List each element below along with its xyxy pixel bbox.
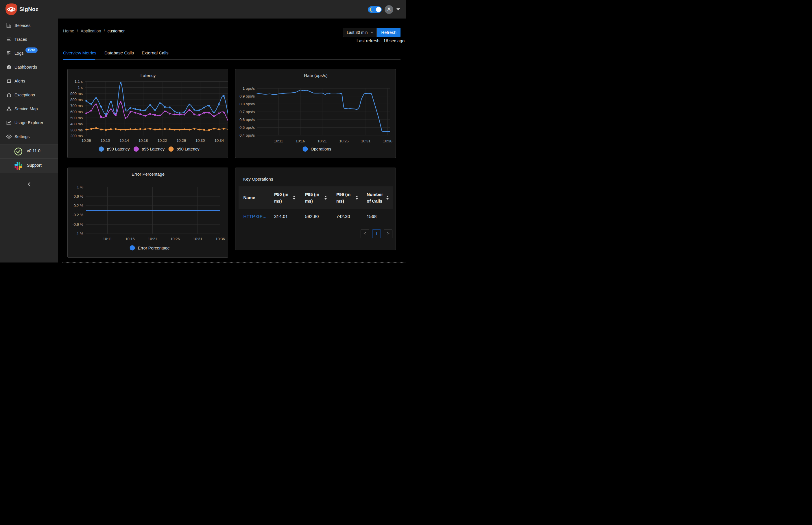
svg-text:10:30: 10:30 bbox=[196, 138, 205, 143]
svg-text:Error Percentage: Error Percentage bbox=[138, 246, 170, 250]
svg-text:200 ms: 200 ms bbox=[70, 134, 83, 138]
svg-text:700 ms: 700 ms bbox=[70, 104, 83, 108]
svg-text:-1 %: -1 % bbox=[76, 231, 83, 236]
svg-text:p99 Latency: p99 Latency bbox=[107, 147, 130, 151]
svg-text:10:21: 10:21 bbox=[148, 237, 157, 241]
svg-text:10:18: 10:18 bbox=[139, 138, 148, 143]
svg-text:10:22: 10:22 bbox=[158, 138, 167, 143]
svg-text:Latency: Latency bbox=[141, 73, 156, 78]
svg-text:500 ms: 500 ms bbox=[70, 116, 83, 120]
svg-text:1.1 s: 1.1 s bbox=[75, 79, 83, 84]
svg-text:10:16: 10:16 bbox=[125, 237, 135, 241]
svg-text:1 ops/s: 1 ops/s bbox=[243, 86, 255, 91]
svg-text:p95 Latency: p95 Latency bbox=[142, 147, 165, 151]
svg-text:0.4 ops/s: 0.4 ops/s bbox=[239, 133, 255, 137]
svg-text:10:34: 10:34 bbox=[215, 138, 224, 143]
svg-text:Error Percentage: Error Percentage bbox=[131, 171, 165, 177]
svg-text:600 ms: 600 ms bbox=[70, 110, 83, 114]
svg-text:10:11: 10:11 bbox=[103, 237, 112, 241]
svg-text:-0.6 %: -0.6 % bbox=[72, 222, 83, 227]
svg-text:10:26: 10:26 bbox=[339, 139, 349, 143]
svg-text:0.6 ops/s: 0.6 ops/s bbox=[239, 118, 255, 122]
svg-text:0.2 %: 0.2 % bbox=[74, 204, 83, 208]
svg-text:-0.2 %: -0.2 % bbox=[72, 213, 83, 217]
svg-text:Rate (ops/s): Rate (ops/s) bbox=[304, 73, 328, 78]
svg-text:900 ms: 900 ms bbox=[70, 91, 83, 96]
svg-text:p50 Latency: p50 Latency bbox=[177, 147, 200, 151]
svg-text:10:36: 10:36 bbox=[383, 139, 392, 143]
svg-text:10:11: 10:11 bbox=[274, 139, 283, 143]
svg-text:1 %: 1 % bbox=[77, 185, 83, 189]
svg-text:10:36: 10:36 bbox=[216, 237, 225, 241]
svg-text:0.5 ops/s: 0.5 ops/s bbox=[239, 125, 255, 130]
svg-text:10:14: 10:14 bbox=[120, 138, 129, 143]
svg-text:0.8 ops/s: 0.8 ops/s bbox=[239, 102, 255, 106]
svg-text:0.6 %: 0.6 % bbox=[74, 194, 83, 198]
svg-text:10:26: 10:26 bbox=[170, 237, 180, 241]
svg-text:10:16: 10:16 bbox=[296, 139, 305, 143]
svg-text:10:31: 10:31 bbox=[193, 237, 202, 241]
svg-text:10:26: 10:26 bbox=[176, 138, 186, 143]
svg-text:0.7 ops/s: 0.7 ops/s bbox=[239, 110, 255, 114]
svg-text:1 s: 1 s bbox=[78, 85, 83, 90]
svg-text:800 ms: 800 ms bbox=[70, 97, 83, 102]
svg-text:10:10: 10:10 bbox=[100, 138, 110, 143]
svg-text:300 ms: 300 ms bbox=[70, 128, 83, 132]
svg-text:10:31: 10:31 bbox=[361, 139, 371, 143]
svg-text:Operations: Operations bbox=[311, 147, 331, 151]
svg-text:0.9 ops/s: 0.9 ops/s bbox=[239, 94, 255, 99]
svg-text:10:21: 10:21 bbox=[317, 139, 327, 143]
svg-text:10:06: 10:06 bbox=[81, 138, 91, 143]
svg-text:400 ms: 400 ms bbox=[70, 122, 83, 126]
